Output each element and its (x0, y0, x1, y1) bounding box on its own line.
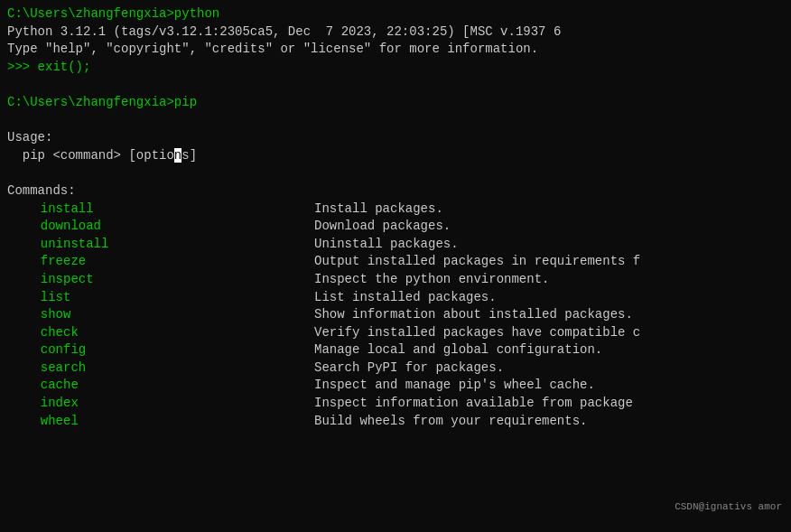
table-row: installInstall packages. (7, 201, 784, 219)
command-name: freeze (7, 253, 314, 271)
command-desc: Build wheels from your requirements. (314, 413, 784, 431)
table-row: uninstallUninstall packages. (7, 236, 784, 254)
command-desc: Inspect information available from packa… (314, 395, 784, 413)
command-desc: Show information about installed package… (314, 306, 784, 324)
table-row: searchSearch PyPI for packages. (7, 359, 784, 378)
command-desc: Uninstall packages. (314, 236, 784, 254)
blank-line-3 (7, 164, 784, 182)
command-name: install (7, 201, 314, 219)
line-usage-label: Usage: (7, 129, 784, 147)
command-desc: Install packages. (314, 201, 784, 219)
table-row: cacheInspect and manage pip's wheel cach… (7, 377, 784, 395)
command-name: cache (7, 377, 314, 395)
table-row: checkVerify installed packages have comp… (7, 324, 784, 342)
command-name: list (7, 289, 314, 307)
commands-table: installInstall packages. downloadDownloa… (7, 201, 784, 431)
table-row: inspectInspect the python environment. (7, 271, 784, 289)
command-name: index (7, 395, 314, 413)
cursor: n (174, 148, 181, 163)
command-name: inspect (7, 271, 314, 289)
line-python-version: Python 3.12.1 (tags/v3.12.1:2305ca5, Dec… (7, 23, 784, 42)
command-name: show (7, 306, 314, 324)
command-desc: Download packages. (314, 218, 784, 236)
table-row: freezeOutput installed packages in requi… (7, 253, 784, 271)
command-desc: Verify installed packages have compatibl… (314, 324, 784, 342)
table-row: wheelBuild wheels from your requirements… (7, 413, 784, 431)
command-name: download (7, 218, 314, 236)
table-row: indexInspect information available from … (7, 395, 784, 413)
commands-label: Commands: (7, 182, 784, 201)
line-exit: >>> exit(); (7, 59, 784, 77)
table-row: configManage local and global configurat… (7, 341, 784, 359)
command-desc: Output installed packages in requirement… (314, 253, 784, 271)
blank-line-2 (7, 112, 784, 130)
command-desc: List installed packages. (314, 289, 784, 307)
command-name: wheel (7, 413, 314, 431)
command-desc: Inspect and manage pip's wheel cache. (314, 377, 784, 395)
command-desc: Search PyPI for packages. (314, 359, 784, 378)
watermark: CSDN@ignativs amor (675, 500, 782, 514)
command-name: config (7, 341, 314, 359)
terminal-window: C:\Users\zhangfengxia>python Python 3.12… (0, 0, 791, 532)
command-name: check (7, 324, 314, 342)
command-name: uninstall (7, 236, 314, 254)
command-desc: Inspect the python environment. (314, 271, 784, 289)
command-desc: Manage local and global configuration. (314, 341, 784, 359)
line-usage-command: pip <command> [options] (7, 147, 784, 165)
table-row: showShow information about installed pac… (7, 306, 784, 324)
command-name: search (7, 359, 314, 378)
table-row: downloadDownload packages. (7, 218, 784, 236)
line-pip-prompt: C:\Users\zhangfengxia>pip (7, 94, 784, 112)
table-row: listList installed packages. (7, 289, 784, 307)
line-python-help: Type "help", "copyright", "credits" or "… (7, 41, 784, 59)
blank-line-1 (7, 76, 784, 94)
line-python-prompt: C:\Users\zhangfengxia>python (7, 5, 784, 23)
